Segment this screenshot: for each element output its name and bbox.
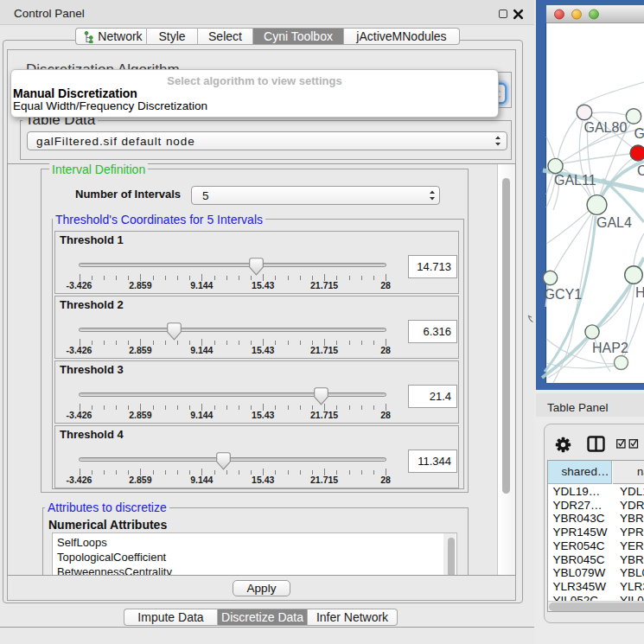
svg-text:GAL4: GAL4	[596, 215, 632, 230]
svg-text:GA: GA	[634, 126, 644, 141]
svg-text:GCY1: GCY1	[545, 287, 583, 302]
svg-text:H: H	[635, 285, 644, 300]
svg-text:C: C	[637, 163, 644, 178]
svg-text:GAL80: GAL80	[584, 120, 628, 135]
svg-text:HAP2: HAP2	[592, 341, 628, 355]
svg-text:GAL11: GAL11	[554, 173, 596, 188]
